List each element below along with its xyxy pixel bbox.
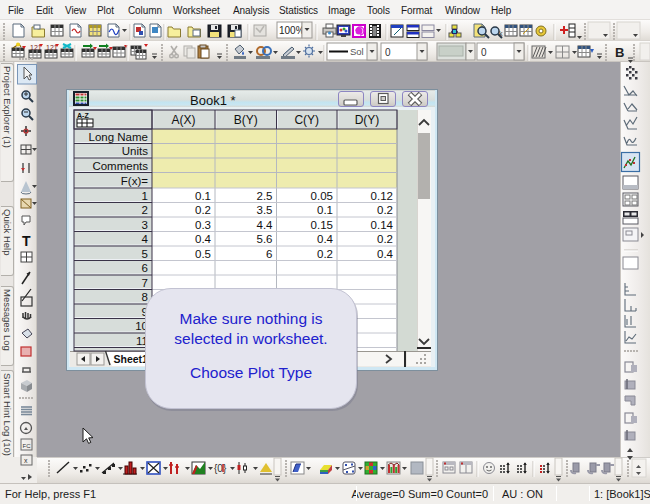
svg-text:100%: 100% [279,25,305,36]
svg-text:0: 0 [385,47,391,58]
svg-text:x: x [24,457,28,464]
svg-text:{0}: {0} [214,463,227,474]
svg-text:FC: FC [23,443,32,449]
svg-text:Sol: Sol [350,46,364,57]
svg-text:k: k [499,30,503,37]
svg-text:T: T [22,233,31,249]
svg-text:B: B [615,45,624,60]
svg-text:0: 0 [481,47,487,58]
